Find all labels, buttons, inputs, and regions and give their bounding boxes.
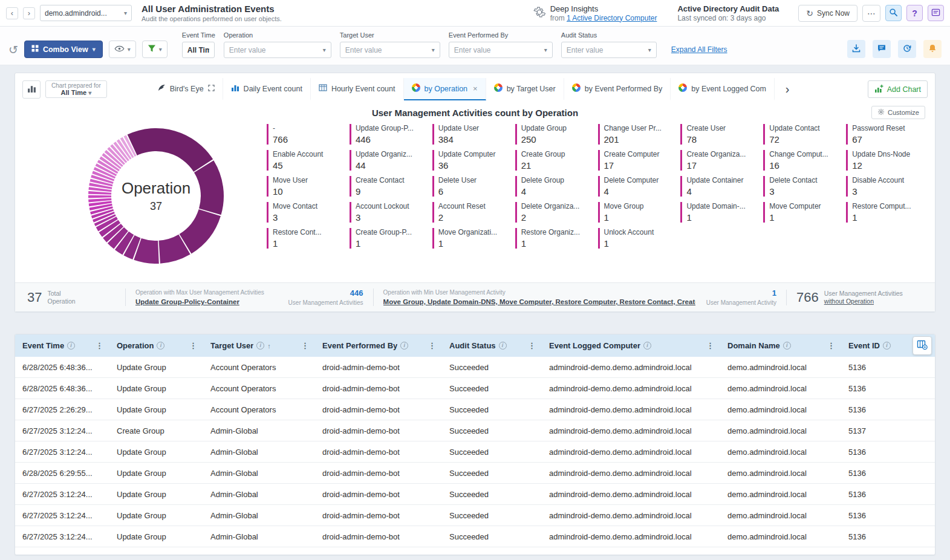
- info-icon[interactable]: i: [256, 342, 264, 350]
- column-menu-icon[interactable]: ⋮: [188, 341, 198, 350]
- legend-item[interactable]: Account Reset 2: [432, 202, 510, 223]
- filter-input[interactable]: Enter value ▾: [340, 42, 440, 58]
- reset-filters-button[interactable]: ↺: [8, 43, 18, 57]
- legend-item[interactable]: Restore Comput... 1: [846, 202, 924, 223]
- combo-view-button[interactable]: Combo View ▾: [24, 41, 103, 58]
- legend-item[interactable]: Update Organiz... 44: [350, 150, 428, 171]
- legend-item[interactable]: Update Dns-Node 12: [846, 150, 924, 171]
- legend-item[interactable]: Create Group 21: [515, 150, 593, 171]
- legend-item[interactable]: Enable Account 45: [267, 150, 345, 171]
- legend-item[interactable]: Move Computer 1: [763, 202, 841, 223]
- table-row[interactable]: 6/27/2025 3:12:24...Create GroupAdmin-Gl…: [15, 420, 935, 441]
- column-menu-icon[interactable]: ⋮: [705, 341, 715, 350]
- filter-button[interactable]: ▾: [142, 41, 168, 58]
- chart-tab[interactable]: Hourly Event count: [311, 78, 404, 100]
- table-row[interactable]: 6/27/2025 3:12:24...Update GroupAdmin-Gl…: [15, 484, 935, 505]
- column-menu-icon[interactable]: ⋮: [300, 341, 310, 350]
- donut-segment[interactable]: [88, 195, 111, 198]
- tabs-scroll-right-button[interactable]: ›: [779, 82, 795, 97]
- legend-item[interactable]: Move User 10: [267, 176, 345, 197]
- expand-icon[interactable]: [208, 85, 215, 93]
- summary-max-name[interactable]: Update Group-Policy-Container: [135, 298, 264, 305]
- legend-item[interactable]: Change User Pr... 201: [598, 124, 676, 145]
- legend-item[interactable]: Move Organizati... 1: [432, 228, 510, 249]
- customize-button[interactable]: Customize: [871, 106, 925, 119]
- donut-segment[interactable]: [128, 128, 213, 172]
- expand-all-filters-link[interactable]: Expand All Filters: [671, 45, 727, 54]
- tenant-dropdown[interactable]: demo.admindroid... ▾: [40, 5, 132, 21]
- table-row[interactable]: 6/28/2025 6:29:55...Update GroupAdmin-Gl…: [15, 463, 935, 484]
- column-header[interactable]: Target User i ↑ ⋮: [203, 334, 315, 357]
- column-header[interactable]: Event Time i ⋮: [15, 334, 109, 357]
- table-row[interactable]: 6/27/2025 3:12:24...Update GroupAdmin-Gl…: [15, 526, 935, 547]
- more-options-button[interactable]: ⋯: [862, 5, 880, 22]
- without-operation-link[interactable]: without Operation: [824, 298, 903, 305]
- chart-tab[interactable]: by Target User: [486, 78, 564, 100]
- search-button[interactable]: [885, 5, 902, 21]
- legend-item[interactable]: Update Computer 36: [432, 150, 510, 171]
- legend-item[interactable]: Update Contact 72: [763, 124, 841, 145]
- summary-min-name[interactable]: Move Group, Update Domain-DNS, Move Comp…: [383, 298, 695, 305]
- table-row[interactable]: 6/27/2025 3:12:24...Update GroupAdmin-Gl…: [15, 441, 935, 463]
- chart-type-button[interactable]: [22, 80, 41, 99]
- sync-now-button[interactable]: ↻ Sync Now: [798, 5, 857, 22]
- column-header[interactable]: Event Logged Computer i ⋮: [542, 334, 720, 357]
- table-row[interactable]: 6/28/2025 6:48:36...Update GroupAccount …: [15, 357, 935, 378]
- legend-item[interactable]: Restore Cont... 1: [267, 228, 345, 249]
- column-header[interactable]: Audit Status i ⋮: [442, 334, 542, 357]
- column-menu-icon[interactable]: ⋮: [826, 341, 836, 350]
- forward-button[interactable]: ›: [23, 7, 35, 19]
- info-icon[interactable]: i: [400, 342, 408, 350]
- legend-item[interactable]: Update Group-P... 446: [350, 124, 428, 145]
- legend-item[interactable]: Update User 384: [432, 124, 510, 145]
- column-chooser-button[interactable]: [913, 336, 932, 355]
- add-chart-button[interactable]: Add Chart: [868, 80, 928, 98]
- legend-item[interactable]: Change Comput... 16: [763, 150, 841, 171]
- column-menu-icon[interactable]: ⋮: [427, 341, 437, 350]
- info-icon[interactable]: i: [499, 342, 507, 350]
- chart-prepared-dropdown[interactable]: Chart prepared for All Time ▾: [45, 80, 107, 98]
- legend-item[interactable]: Delete Contact 3: [763, 176, 841, 197]
- chart-tab[interactable]: by Event Performed By: [564, 78, 671, 100]
- column-menu-icon[interactable]: ⋮: [527, 341, 537, 350]
- legend-item[interactable]: Update Group 250: [515, 124, 593, 145]
- close-icon[interactable]: ×: [473, 84, 478, 93]
- legend-item[interactable]: Delete Organiza... 2: [515, 202, 593, 223]
- alerts-button[interactable]: [923, 40, 942, 58]
- info-icon[interactable]: i: [883, 342, 891, 350]
- legend-item[interactable]: Delete Computer 4: [598, 176, 676, 197]
- legend-item[interactable]: Move Group 1: [598, 202, 676, 223]
- column-menu-icon[interactable]: ⋮: [94, 341, 105, 350]
- schedule-button[interactable]: [898, 40, 916, 58]
- filter-input[interactable]: Enter value ▾: [449, 42, 553, 58]
- legend-item[interactable]: Account Lockout 3: [350, 202, 428, 223]
- feedback-button[interactable]: [873, 40, 891, 58]
- filter-input[interactable]: Enter value ▾: [224, 42, 331, 58]
- column-header[interactable]: Operation i ⋮: [109, 334, 203, 357]
- legend-item[interactable]: Create Organiza... 17: [680, 150, 758, 171]
- legend-item[interactable]: Password Reset 67: [846, 124, 924, 145]
- filter-input[interactable]: Enter value ▾: [561, 42, 657, 58]
- view-options-button[interactable]: ▾: [109, 41, 136, 58]
- donut-chart[interactable]: [85, 125, 227, 267]
- help-button[interactable]: ?: [906, 5, 923, 21]
- legend-item[interactable]: Create Contact 9: [350, 176, 428, 197]
- chart-tab[interactable]: Daily Event count: [223, 78, 311, 100]
- legend-item[interactable]: - 766: [267, 124, 345, 145]
- info-icon[interactable]: i: [783, 342, 791, 350]
- legend-item[interactable]: Move Contact 3: [267, 202, 345, 223]
- legend-item[interactable]: Delete Group 4: [515, 176, 593, 197]
- legend-item[interactable]: Update Domain-... 1: [680, 202, 758, 223]
- legend-item[interactable]: Create Group-P... 1: [350, 228, 428, 249]
- active-directory-computer-link[interactable]: 1 Active Directory Computer: [567, 14, 657, 22]
- chart-tab[interactable]: by Operation ×: [404, 78, 486, 100]
- column-header[interactable]: Event Performed By i ⋮: [315, 334, 442, 357]
- legend-item[interactable]: Restore Organiz... 1: [515, 228, 593, 249]
- guide-button[interactable]: [928, 5, 944, 21]
- legend-item[interactable]: Create Computer 17: [598, 150, 676, 171]
- info-icon[interactable]: i: [643, 342, 651, 350]
- back-button[interactable]: ‹: [6, 7, 18, 19]
- info-icon[interactable]: i: [67, 342, 75, 350]
- table-row[interactable]: 6/28/2025 6:48:36...Update GroupAccount …: [15, 378, 935, 399]
- donut-segment[interactable]: [88, 191, 111, 195]
